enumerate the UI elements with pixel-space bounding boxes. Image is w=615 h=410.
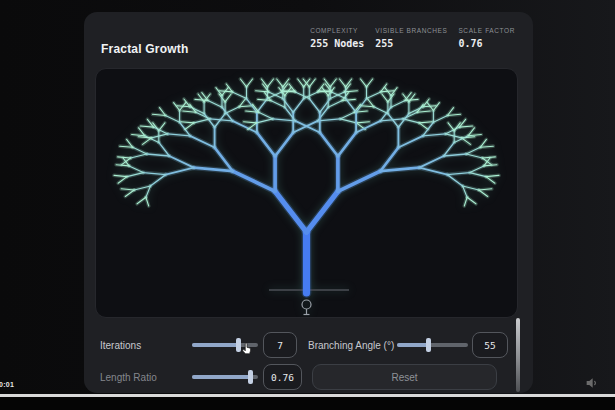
speaker-icon[interactable] xyxy=(583,375,601,391)
length-ratio-slider[interactable] xyxy=(192,375,258,379)
stat-value: 0.76 xyxy=(458,38,515,49)
iterations-slider-handle[interactable] xyxy=(236,338,241,352)
branching-angle-slider-handle[interactable] xyxy=(426,338,431,352)
branching-angle-slider-fill xyxy=(397,343,428,347)
iterations-slider[interactable] xyxy=(192,343,258,347)
stat-value: 255 xyxy=(375,38,447,49)
stat-label: VISIBLE BRANCHES xyxy=(375,27,447,34)
stat-label: SCALE FACTOR xyxy=(458,27,515,34)
iterations-slider-fill xyxy=(192,343,238,347)
video-letterbox xyxy=(0,397,615,410)
video-timestamp: 0:01 xyxy=(0,381,14,388)
branching-angle-value-box[interactable]: 55 xyxy=(472,332,508,358)
stat-value: 255 Nodes xyxy=(310,38,364,49)
stat-label: COMPLEXITY xyxy=(310,27,364,34)
reset-button[interactable]: Reset xyxy=(312,364,497,390)
length-ratio-value-box[interactable]: 0.76 xyxy=(263,364,302,390)
fractal-tree xyxy=(114,79,499,293)
stats-bar: COMPLEXITY 255 Nodes VISIBLE BRANCHES 25… xyxy=(310,27,515,49)
page-title: Fractal Growth xyxy=(101,42,188,56)
stat-visible-branches: VISIBLE BRANCHES 255 xyxy=(375,27,447,49)
controls-scrollbar[interactable] xyxy=(516,318,520,392)
fractal-canvas xyxy=(95,68,518,318)
video-frame: Fractal Growth COMPLEXITY 255 Nodes VISI… xyxy=(0,0,615,410)
iterations-value-box[interactable]: 7 xyxy=(263,332,297,358)
branching-angle-slider[interactable] xyxy=(397,343,468,347)
length-ratio-label: Length Ratio xyxy=(100,372,157,383)
length-ratio-slider-handle[interactable] xyxy=(248,370,253,384)
fractal-growth-panel: Fractal Growth COMPLEXITY 255 Nodes VISI… xyxy=(84,12,533,393)
stat-complexity: COMPLEXITY 255 Nodes xyxy=(310,27,364,49)
fractal-tree-svg xyxy=(96,69,518,318)
stat-scale-factor: SCALE FACTOR 0.76 xyxy=(458,27,515,49)
length-ratio-slider-fill xyxy=(192,375,250,379)
tree-icon xyxy=(302,300,311,315)
iterations-label: Iterations xyxy=(100,340,141,351)
branching-angle-label: Branching Angle (°) xyxy=(308,340,394,351)
